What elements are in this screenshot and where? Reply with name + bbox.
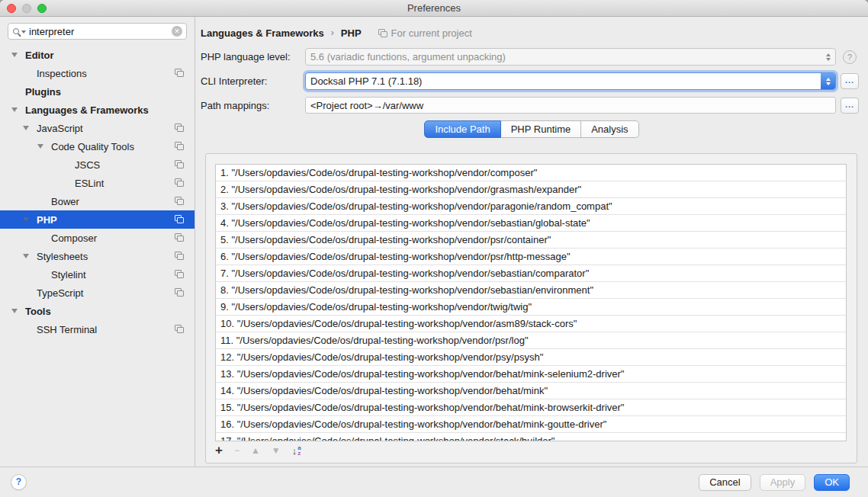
sidebar-item-eslint[interactable]: ESLint <box>0 174 194 192</box>
cancel-button[interactable]: Cancel <box>699 474 751 491</box>
apply-button: Apply <box>760 474 806 491</box>
include-path-row[interactable]: 7. "/Users/opdavies/Code/os/drupal-testi… <box>216 265 846 282</box>
per-project-icon <box>175 123 184 133</box>
scope-label: For current project <box>391 27 472 39</box>
include-path-row[interactable]: 17. "/Users/opdavies/Code/os/drupal-test… <box>216 433 846 441</box>
per-project-icon <box>175 325 184 334</box>
expand-arrow-icon[interactable] <box>37 144 43 149</box>
expand-arrow-icon[interactable] <box>23 126 29 130</box>
cli-interpreter-browse-button[interactable]: ... <box>841 73 859 89</box>
sidebar-item-ssh-terminal[interactable]: SSH Terminal <box>0 320 194 338</box>
cli-interpreter-select[interactable]: Docksal PHP 7.1 (7.1.18) <box>305 72 836 90</box>
include-path-row[interactable]: 10. "/Users/opdavies/Code/os/drupal-test… <box>216 316 846 332</box>
ok-button[interactable]: OK <box>814 474 850 491</box>
sidebar-item-label: TypeScript <box>37 287 83 299</box>
remove-path-icon: − <box>234 444 240 457</box>
sidebar-item-label: Stylesheets <box>37 251 88 262</box>
zoom-window-button[interactable] <box>37 4 47 13</box>
breadcrumb-parent[interactable]: Languages & Frameworks <box>201 27 324 39</box>
path-mappings-field[interactable]: <Project root>→/var/www <box>305 97 836 114</box>
search-input[interactable] <box>29 26 172 37</box>
sidebar-item-label: ESLint <box>75 178 104 189</box>
sidebar-item-label: Plugins <box>25 86 61 98</box>
search-field[interactable] <box>8 23 187 40</box>
path-mappings-label: Path mappings: <box>201 100 305 111</box>
sidebar-item-label: Editor <box>25 50 54 61</box>
sidebar-item-stylelint[interactable]: Stylelint <box>0 265 194 284</box>
include-path-row[interactable]: 9. "/Users/opdavies/Code/os/drupal-testi… <box>216 299 846 316</box>
sidebar-item-javascript[interactable]: JavaScript <box>0 119 194 137</box>
dialog-footer: ? Cancel Apply OK <box>0 467 868 497</box>
include-path-row[interactable]: 4. "/Users/opdavies/Code/os/drupal-testi… <box>216 215 846 232</box>
help-button[interactable]: ? <box>11 474 27 490</box>
include-path-row[interactable]: 15. "/Users/opdavies/Code/os/drupal-test… <box>216 399 846 416</box>
add-path-icon[interactable]: + <box>215 444 223 457</box>
language-level-select: 5.6 (variadic functions, argument unpack… <box>305 48 836 66</box>
sidebar-item-languages-frameworks[interactable]: Languages & Frameworks <box>0 101 194 119</box>
settings-tabs: Include Path PHP Runtime Analysis <box>195 120 868 138</box>
tab-include-path[interactable]: Include Path <box>424 120 500 138</box>
include-path-row[interactable]: 12. "/Users/opdavies/Code/os/drupal-test… <box>216 349 846 366</box>
include-path-row[interactable]: 8. "/Users/opdavies/Code/os/drupal-testi… <box>216 282 846 299</box>
move-up-icon: ▲ <box>251 444 260 457</box>
tab-php-runtime[interactable]: PHP Runtime <box>501 120 582 138</box>
breadcrumb: Languages & Frameworks › PHP For current… <box>201 25 868 40</box>
expand-arrow-icon[interactable] <box>11 107 18 112</box>
per-project-icon <box>175 69 184 78</box>
include-path-list[interactable]: 1. "/Users/opdavies/Code/os/drupal-testi… <box>215 164 847 441</box>
clear-search-icon[interactable] <box>172 26 182 37</box>
sidebar-item-label: SSH Terminal <box>37 324 97 335</box>
breadcrumb-current: PHP <box>341 27 362 39</box>
include-path-row[interactable]: 5. "/Users/opdavies/Code/os/drupal-testi… <box>216 232 846 248</box>
sidebar-item-label: Languages & Frameworks <box>25 104 149 116</box>
settings-content: Languages & Frameworks › PHP For current… <box>195 17 868 467</box>
per-project-icon <box>175 142 184 151</box>
sidebar-item-jscs[interactable]: JSCS <box>0 156 194 174</box>
sidebar-item-plugins[interactable]: Plugins <box>0 82 194 101</box>
sidebar-item-label: Bower <box>51 196 79 207</box>
sidebar-item-editor[interactable]: Editor <box>0 46 194 64</box>
close-window-button[interactable] <box>7 4 16 13</box>
language-level-help-icon[interactable]: ? <box>843 50 857 64</box>
include-path-row[interactable]: 13. "/Users/opdavies/Code/os/drupal-test… <box>216 366 846 383</box>
sidebar-item-code-quality-tools[interactable]: Code Quality Tools <box>0 137 194 156</box>
sidebar-item-label: Composer <box>51 232 97 244</box>
sidebar-item-tools[interactable]: Tools <box>0 302 194 320</box>
include-path-row[interactable]: 2. "/Users/opdavies/Code/os/drupal-testi… <box>216 181 846 198</box>
sort-alphabetically-icon[interactable]: ↓ a z <box>292 445 301 457</box>
include-path-row[interactable]: 11. "/Users/opdavies/Code/os/drupal-test… <box>216 332 846 349</box>
sidebar-item-composer[interactable]: Composer <box>0 229 194 247</box>
include-path-row[interactable]: 16. "/Users/opdavies/Code/os/drupal-test… <box>216 416 846 433</box>
settings-sidebar: EditorInspectionsPluginsLanguages & Fram… <box>0 17 195 467</box>
search-options-caret-icon[interactable] <box>21 30 26 34</box>
sidebar-item-label: Code Quality Tools <box>51 141 134 152</box>
expand-arrow-icon[interactable] <box>11 53 18 57</box>
per-project-icon <box>175 215 184 224</box>
stepper-arrows-icon <box>826 53 831 61</box>
path-mappings-browse-button[interactable]: ... <box>841 98 859 114</box>
expand-arrow-icon[interactable] <box>23 217 29 222</box>
per-project-icon <box>175 197 184 206</box>
include-path-row[interactable]: 1. "/Users/opdavies/Code/os/drupal-testi… <box>216 165 846 181</box>
sidebar-item-stylesheets[interactable]: Stylesheets <box>0 247 194 265</box>
sidebar-item-label: PHP <box>37 214 57 226</box>
include-path-row[interactable]: 6. "/Users/opdavies/Code/os/drupal-testi… <box>216 248 846 265</box>
list-toolbar: + − ▲ ▼ ↓ a z <box>215 443 301 458</box>
title-bar: Preferences <box>0 0 868 17</box>
tab-analysis[interactable]: Analysis <box>581 120 638 138</box>
search-icon[interactable] <box>13 28 19 34</box>
cli-interpreter-label: CLI Interpreter: <box>201 75 305 87</box>
minimize-window-button <box>22 4 31 13</box>
include-path-row[interactable]: 3. "/Users/opdavies/Code/os/drupal-testi… <box>216 198 846 215</box>
sidebar-item-inspections[interactable]: Inspections <box>0 64 194 82</box>
sidebar-item-label: JSCS <box>75 159 100 171</box>
expand-arrow-icon[interactable] <box>11 309 18 313</box>
per-project-icon <box>175 178 184 188</box>
combo-dropdown-icon[interactable] <box>821 73 835 89</box>
sidebar-item-bower[interactable]: Bower <box>0 192 194 210</box>
sidebar-item-typescript[interactable]: TypeScript <box>0 284 194 302</box>
include-path-row[interactable]: 14. "/Users/opdavies/Code/os/drupal-test… <box>216 383 846 399</box>
sidebar-item-php[interactable]: PHP <box>0 210 194 229</box>
expand-arrow-icon[interactable] <box>23 254 29 258</box>
sidebar-item-label: JavaScript <box>37 123 83 134</box>
